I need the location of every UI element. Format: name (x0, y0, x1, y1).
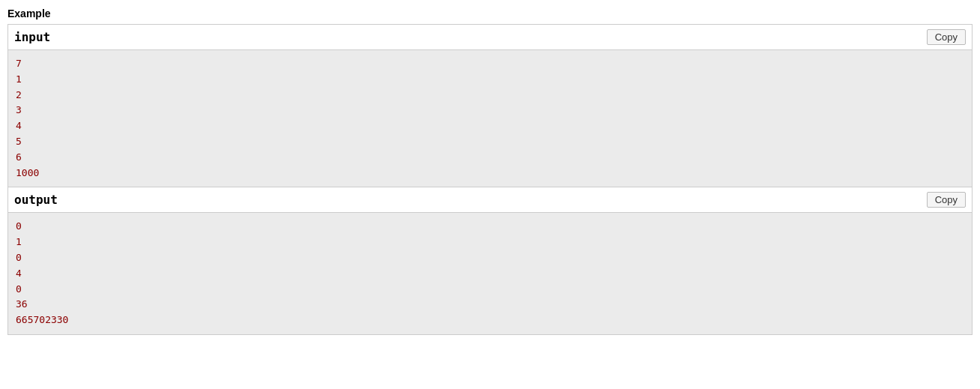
list-item: 3 (16, 103, 964, 118)
output-section: output Copy 0104036665702330 (7, 187, 973, 335)
list-item: 1000 (16, 166, 964, 181)
output-section-content: 0104036665702330 (8, 213, 972, 334)
output-copy-button[interactable]: Copy (927, 192, 966, 208)
output-section-header: output Copy (8, 187, 972, 213)
list-item: 7 (16, 56, 964, 72)
input-section-label: input (14, 30, 50, 44)
page-title: Example (7, 7, 973, 19)
list-item: 2 (16, 88, 964, 103)
list-item: 36 (16, 297, 964, 313)
list-item: 0 (16, 250, 964, 266)
list-item: 665702330 (16, 313, 964, 328)
input-copy-button[interactable]: Copy (927, 29, 966, 45)
list-item: 0 (16, 219, 964, 235)
list-item: 0 (16, 282, 964, 298)
output-section-label: output (14, 193, 58, 207)
input-section: input Copy 71234561000 (7, 24, 973, 187)
input-section-content: 71234561000 (8, 50, 972, 187)
list-item: 4 (16, 266, 964, 282)
list-item: 1 (16, 235, 964, 250)
input-section-header: input Copy (8, 25, 972, 50)
list-item: 5 (16, 134, 964, 150)
list-item: 4 (16, 118, 964, 134)
list-item: 6 (16, 150, 964, 166)
list-item: 1 (16, 72, 964, 88)
